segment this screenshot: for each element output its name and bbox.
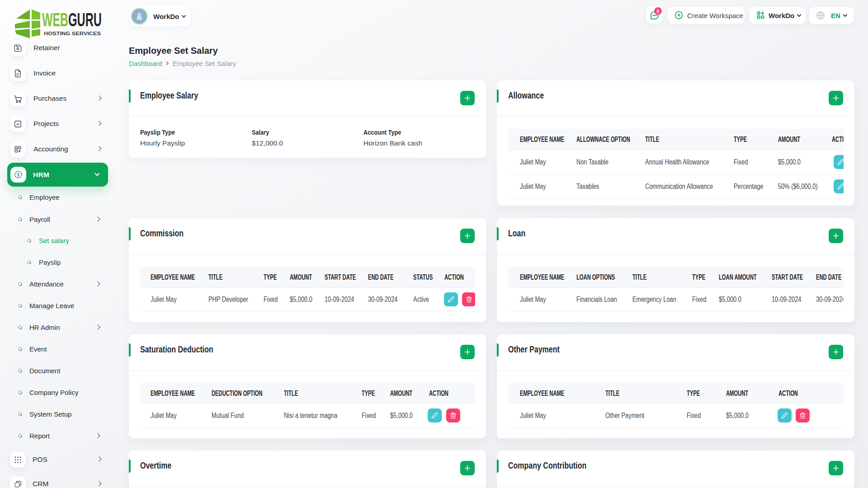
- svg-text:HOSTING SERVICES: HOSTING SERVICES: [44, 31, 101, 36]
- svg-text:WEB: WEB: [42, 9, 68, 30]
- svg-text:GURU: GURU: [68, 9, 102, 30]
